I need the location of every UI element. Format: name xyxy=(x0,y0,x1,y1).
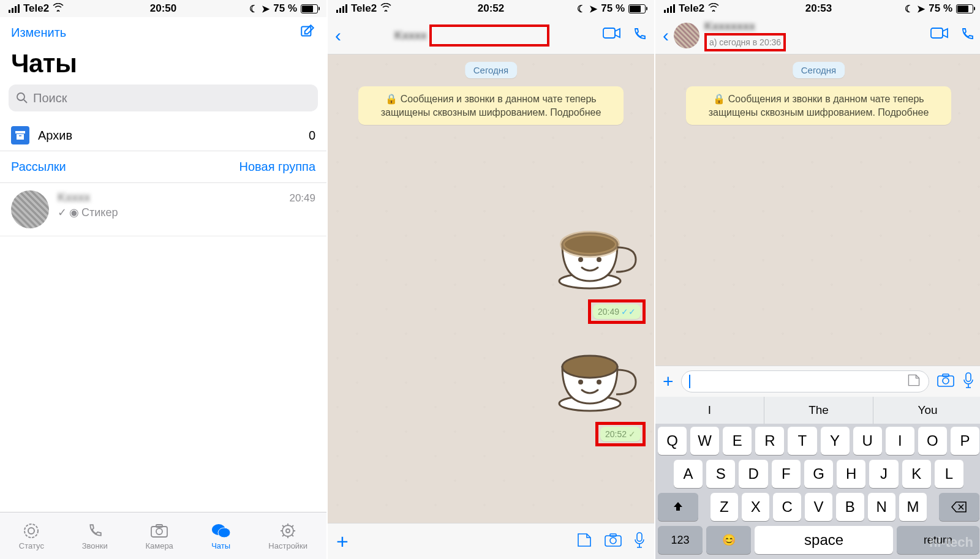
key-b[interactable]: B xyxy=(836,493,864,521)
archive-icon xyxy=(11,126,29,144)
key-m[interactable]: M xyxy=(899,493,927,521)
text-cursor xyxy=(689,375,690,388)
archive-row[interactable]: Архив 0 xyxy=(0,120,326,151)
svg-point-21 xyxy=(562,356,617,378)
key-p[interactable]: P xyxy=(951,427,979,455)
svg-point-6 xyxy=(28,528,34,534)
key-s[interactable]: S xyxy=(706,460,735,488)
key-u[interactable]: U xyxy=(853,427,882,455)
encryption-notice[interactable]: 🔒 Сообщения и звонки в данном чате тепер… xyxy=(358,86,624,125)
sticker-button[interactable] xyxy=(576,531,593,551)
key-d[interactable]: D xyxy=(739,460,767,488)
encryption-notice[interactable]: 🔒 Сообщения и звонки в данном чате тепер… xyxy=(686,86,951,125)
attach-button[interactable]: + xyxy=(663,371,674,392)
key-h[interactable]: H xyxy=(837,460,865,488)
key-backspace[interactable] xyxy=(939,493,979,521)
chat-title[interactable]: Kxxxxxxx а) сегодня в 20:36 xyxy=(704,20,925,51)
suggestion[interactable]: The xyxy=(764,397,873,424)
message-time: 20:49✓✓ xyxy=(593,304,641,319)
video-call-icon[interactable] xyxy=(930,27,949,44)
key-numbers[interactable]: 123 xyxy=(658,526,703,554)
svg-rect-31 xyxy=(943,374,949,377)
highlight-box: 20:49✓✓ xyxy=(588,299,646,324)
camera-button[interactable] xyxy=(937,373,955,390)
key-emoji[interactable]: 😊 xyxy=(706,526,751,554)
key-space[interactable]: space xyxy=(755,526,892,554)
voice-call-icon[interactable] xyxy=(960,27,974,44)
chat-title[interactable]: Kxxxx xyxy=(346,24,598,47)
suggestion[interactable]: I xyxy=(655,397,764,424)
voice-call-icon[interactable] xyxy=(632,27,647,44)
message-input[interactable] xyxy=(681,370,929,392)
gear-icon xyxy=(279,522,296,540)
check-icon: ✓ xyxy=(58,206,67,219)
key-a[interactable]: A xyxy=(674,460,703,488)
svg-point-23 xyxy=(597,380,601,385)
tab-chats[interactable]: Чаты xyxy=(211,522,231,550)
back-button[interactable]: ‹ xyxy=(335,25,341,46)
key-shift[interactable] xyxy=(658,493,698,521)
key-z[interactable]: Z xyxy=(710,493,738,521)
suggestion[interactable]: You xyxy=(873,397,980,424)
key-v[interactable]: V xyxy=(805,493,832,521)
key-r[interactable]: R xyxy=(755,427,784,455)
sticker-coffee xyxy=(550,214,642,293)
svg-point-25 xyxy=(610,538,616,544)
attach-button[interactable]: + xyxy=(336,530,349,553)
keyboard-suggestions: I The You xyxy=(655,397,980,424)
avatar[interactable] xyxy=(674,23,699,48)
key-j[interactable]: J xyxy=(869,460,898,488)
chat-body[interactable]: Сегодня 🔒 Сообщения и звонки в данном ча… xyxy=(328,54,654,523)
camera-button[interactable] xyxy=(604,533,622,550)
key-t[interactable]: T xyxy=(788,427,816,455)
back-button[interactable]: ‹ xyxy=(663,25,669,46)
avatar xyxy=(11,190,49,228)
key-q[interactable]: Q xyxy=(658,427,687,455)
tab-camera[interactable]: Камера xyxy=(145,522,173,550)
new-group-link[interactable]: Новая группа xyxy=(239,160,315,174)
edit-button[interactable]: Изменить xyxy=(11,26,66,40)
chat-list-item[interactable]: Kxxxx 20:49 ✓ ◉ Стикер xyxy=(0,183,326,236)
chat-body[interactable]: Сегодня 🔒 Сообщения и звонки в данном ча… xyxy=(655,54,980,366)
svg-point-5 xyxy=(24,524,38,538)
mic-button[interactable] xyxy=(962,372,974,391)
tab-calls[interactable]: Звонки xyxy=(82,522,108,550)
svg-point-1 xyxy=(17,93,24,100)
key-w[interactable]: W xyxy=(690,427,719,455)
mic-button[interactable] xyxy=(633,531,646,551)
svg-rect-27 xyxy=(637,533,642,541)
key-e[interactable]: E xyxy=(723,427,752,455)
key-return[interactable]: return xyxy=(897,526,979,554)
key-c[interactable]: C xyxy=(773,493,801,521)
chat-preview: Стикер xyxy=(81,206,118,219)
svg-point-11 xyxy=(218,528,230,538)
date-pill: Сегодня xyxy=(465,62,518,78)
key-n[interactable]: N xyxy=(868,493,895,521)
sticker-coffee xyxy=(550,336,642,416)
key-o[interactable]: O xyxy=(918,427,947,455)
sent-icon: ✓ xyxy=(628,429,636,439)
tab-settings[interactable]: Настройки xyxy=(268,522,307,550)
highlight-box: а) сегодня в 20:36 xyxy=(704,33,786,51)
key-i[interactable]: I xyxy=(886,427,914,455)
read-icon: ✓✓ xyxy=(621,307,636,317)
broadcasts-link[interactable]: Рассылки xyxy=(11,160,66,174)
key-x[interactable]: X xyxy=(742,493,769,521)
compose-bar: + xyxy=(328,523,654,559)
video-call-icon[interactable] xyxy=(603,27,621,44)
sticker-button[interactable] xyxy=(907,373,921,390)
svg-point-22 xyxy=(578,380,583,385)
archive-label: Архив xyxy=(38,129,300,143)
sticker-indicator-icon: ◉ xyxy=(69,206,79,219)
chat-time: 20:49 xyxy=(289,192,315,204)
key-y[interactable]: Y xyxy=(821,427,850,455)
tab-status[interactable]: Статус xyxy=(19,522,44,550)
battery-icon xyxy=(628,4,646,13)
key-l[interactable]: L xyxy=(935,460,963,488)
key-k[interactable]: K xyxy=(902,460,931,488)
svg-rect-4 xyxy=(19,135,21,137)
search-input[interactable]: Поиск xyxy=(9,84,318,111)
compose-icon[interactable] xyxy=(300,23,315,42)
key-f[interactable]: F xyxy=(772,460,801,488)
key-g[interactable]: G xyxy=(804,460,833,488)
